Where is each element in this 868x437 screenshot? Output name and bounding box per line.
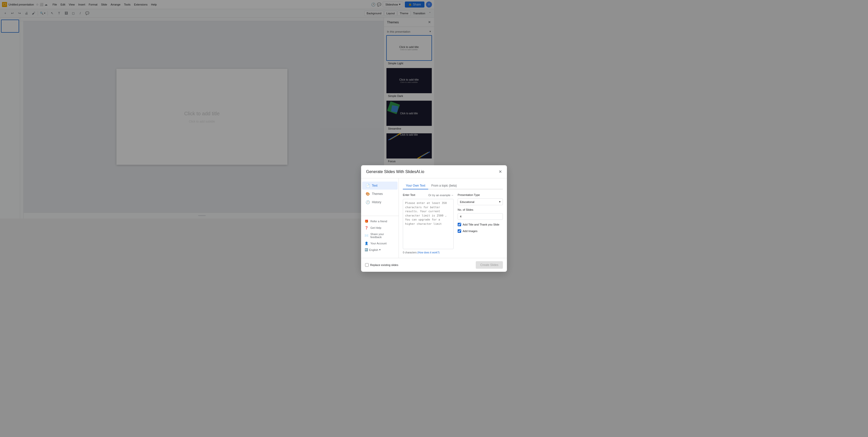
- enter-text-header: Enter Text Or try an example →: [403, 193, 434, 197]
- modal-nav-history-label: History: [372, 200, 381, 204]
- tab-your-own-text[interactable]: Your Own Text: [403, 182, 428, 189]
- modal-nav-text[interactable]: 📄 Text: [362, 181, 398, 190]
- modal-sidebar-bottom: 🎁 Refer a friend ❓ Get Help ✉️ Share you…: [361, 216, 399, 218]
- modal-body: 📄 Text 🎨 Themes 🕐 History 🎁: [361, 178, 434, 218]
- history-nav-icon: 🕐: [366, 200, 370, 204]
- enter-text-label: Enter Text: [403, 193, 415, 196]
- left-column: Enter Text Or try an example → 0 charact…: [403, 193, 434, 218]
- modal-nav-history[interactable]: 🕐 History: [362, 198, 398, 206]
- modal-nav-text-label: Text: [372, 184, 377, 187]
- try-example[interactable]: Or try an example →: [429, 194, 434, 197]
- modal-content: Your Own Text From a topic (beta) Enter …: [399, 178, 434, 218]
- modal-content-row: Enter Text Or try an example → 0 charact…: [403, 193, 434, 218]
- modal-tabs: Your Own Text From a topic (beta): [403, 182, 434, 189]
- text-nav-icon: 📄: [366, 183, 370, 188]
- text-input[interactable]: [403, 199, 434, 218]
- modal-header: Generate Slides With SlidesAI.io ✕: [361, 165, 434, 178]
- tab-from-topic[interactable]: From a topic (beta): [428, 182, 434, 189]
- themes-nav-icon: 🎨: [366, 192, 370, 196]
- modal-sidebar: 📄 Text 🎨 Themes 🕐 History 🎁: [361, 178, 399, 218]
- refer-friend-item[interactable]: 🎁 Refer a friend: [361, 218, 399, 218]
- modal-dialog: Generate Slides With SlidesAI.io ✕ 📄 Tex…: [361, 165, 434, 218]
- modal-nav-themes-label: Themes: [372, 192, 383, 196]
- modal-title: Generate Slides With SlidesAI.io: [366, 170, 424, 174]
- modal-sidebar-top: 📄 Text 🎨 Themes 🕐 History: [361, 181, 399, 206]
- modal-nav-themes[interactable]: 🎨 Themes: [362, 190, 398, 198]
- modal-overlay: Generate Slides With SlidesAI.io ✕ 📄 Tex…: [0, 0, 434, 218]
